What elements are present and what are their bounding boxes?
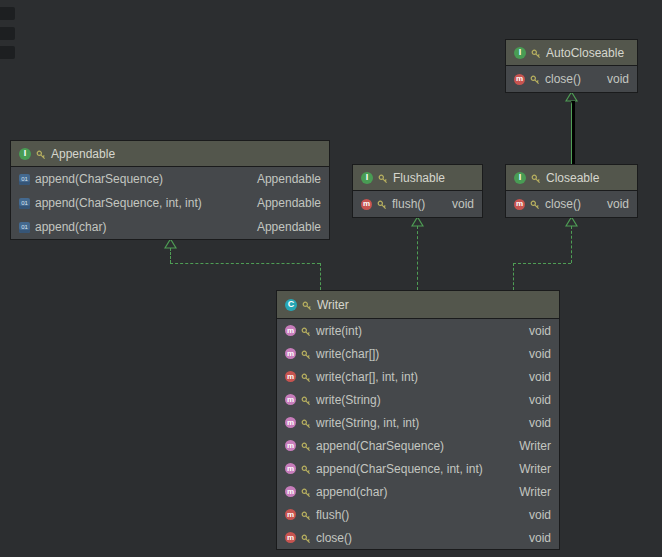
- public-key-icon: [301, 441, 311, 451]
- interface-icon: [514, 172, 526, 184]
- public-key-icon: [531, 173, 541, 183]
- public-key-icon: [301, 395, 311, 405]
- edge-writer-appendable-seg2: [170, 263, 320, 264]
- tool-window-stripe-button[interactable]: [0, 27, 15, 40]
- member-return-type: Appendable: [247, 196, 321, 210]
- interface-node-closeable[interactable]: Closeable close() void: [505, 164, 638, 218]
- public-key-icon: [531, 48, 541, 58]
- edge-writer-closeable-seg3: [513, 263, 514, 290]
- public-key-icon: [301, 533, 311, 543]
- tool-window-stripe-button[interactable]: [0, 46, 15, 59]
- member-row[interactable]: append(char) Appendable: [11, 215, 329, 239]
- node-header[interactable]: AutoCloseable: [506, 40, 637, 66]
- member-row[interactable]: append(CharSequence, int, int) Appendabl…: [11, 191, 329, 215]
- member-name: write(char[], int, int): [316, 370, 418, 384]
- public-key-icon: [377, 199, 387, 209]
- member-row[interactable]: close() void: [277, 526, 559, 549]
- member-return-type: void: [442, 197, 474, 211]
- member-name: write(String): [316, 393, 381, 407]
- edge-closeable-autocloseable: [571, 101, 575, 170]
- member-row[interactable]: append(CharSequence) Writer: [277, 434, 559, 457]
- interface-icon: [361, 172, 373, 184]
- member-row[interactable]: close() void: [506, 191, 637, 217]
- member-row[interactable]: write(String, int, int) void: [277, 411, 559, 434]
- class-node-writer[interactable]: Writer write(int) void write(char[]) voi…: [276, 290, 560, 550]
- edge-writer-closeable-seg2: [513, 263, 571, 264]
- node-header[interactable]: Flushable: [353, 165, 482, 191]
- member-row[interactable]: flush() void: [277, 503, 559, 526]
- edge-writer-flushable: [417, 226, 418, 290]
- member-return-type: void: [597, 197, 629, 211]
- member-name: close(): [545, 197, 581, 211]
- member-name: append(CharSequence): [316, 439, 444, 453]
- member-row[interactable]: append(CharSequence, int, int) Writer: [277, 457, 559, 480]
- abstract-method-icon: [514, 74, 525, 85]
- node-title: AutoCloseable: [546, 46, 624, 60]
- member-row[interactable]: write(int) void: [277, 319, 559, 342]
- tool-window-stripe-button[interactable]: [0, 7, 15, 20]
- interface-icon: [19, 148, 31, 160]
- node-header[interactable]: Writer: [277, 291, 559, 319]
- member-return-type: void: [519, 508, 551, 522]
- method-icon: [285, 486, 296, 497]
- interface-node-flushable[interactable]: Flushable flush() void: [352, 164, 483, 218]
- node-title: Writer: [317, 298, 349, 312]
- abstract-method-icon: [285, 532, 296, 543]
- member-name: append(CharSequence, int, int): [35, 196, 202, 210]
- member-name: write(String, int, int): [316, 416, 419, 430]
- member-row[interactable]: append(CharSequence) Appendable: [11, 167, 329, 191]
- public-key-icon: [301, 510, 311, 520]
- member-return-type: void: [519, 347, 551, 361]
- public-key-icon: [301, 326, 311, 336]
- member-row[interactable]: write(char[]) void: [277, 342, 559, 365]
- member-name: write(char[]): [316, 347, 379, 361]
- public-key-icon: [301, 349, 311, 359]
- abstract-method-icon: [19, 198, 30, 209]
- member-return-type: void: [597, 72, 629, 86]
- member-return-type: Appendable: [247, 172, 321, 186]
- abstract-method-icon: [514, 199, 525, 210]
- method-icon: [285, 440, 296, 451]
- member-name: append(char): [35, 220, 106, 234]
- method-icon: [285, 325, 296, 336]
- member-name: append(char): [316, 485, 387, 499]
- node-header[interactable]: Appendable: [11, 141, 329, 167]
- member-name: flush(): [316, 508, 349, 522]
- abstract-method-icon: [19, 222, 30, 233]
- interface-node-autocloseable[interactable]: AutoCloseable close() void: [505, 39, 638, 93]
- node-header[interactable]: Closeable: [506, 165, 637, 191]
- method-icon: [285, 463, 296, 474]
- member-return-type: void: [519, 416, 551, 430]
- interface-node-appendable[interactable]: Appendable append(CharSequence) Appendab…: [10, 140, 330, 240]
- member-row[interactable]: close() void: [506, 66, 637, 92]
- public-key-icon: [530, 74, 540, 84]
- member-name: append(CharSequence): [35, 172, 163, 186]
- member-return-type: void: [519, 370, 551, 384]
- class-icon: [285, 299, 297, 311]
- method-icon: [285, 417, 296, 428]
- public-key-icon: [378, 173, 388, 183]
- abstract-method-icon: [285, 509, 296, 520]
- public-key-icon: [301, 372, 311, 382]
- public-key-icon: [301, 464, 311, 474]
- member-row[interactable]: write(char[], int, int) void: [277, 365, 559, 388]
- abstract-method-icon: [19, 174, 30, 185]
- public-key-icon: [530, 199, 540, 209]
- member-name: append(CharSequence, int, int): [316, 462, 483, 476]
- member-return-type: void: [519, 393, 551, 407]
- edge-writer-closeable-seg1: [571, 226, 572, 263]
- member-row[interactable]: append(char) Writer: [277, 480, 559, 503]
- member-return-type: Writer: [509, 485, 551, 499]
- method-icon: [285, 348, 296, 359]
- public-key-icon: [301, 418, 311, 428]
- member-row[interactable]: flush() void: [353, 191, 482, 217]
- public-key-icon: [36, 149, 46, 159]
- node-title: Flushable: [393, 171, 445, 185]
- member-return-type: void: [519, 324, 551, 338]
- member-name: write(int): [316, 324, 362, 338]
- abstract-method-icon: [285, 371, 296, 382]
- member-name: close(): [316, 531, 352, 545]
- member-name: close(): [545, 72, 581, 86]
- abstract-method-icon: [361, 199, 372, 210]
- member-row[interactable]: write(String) void: [277, 388, 559, 411]
